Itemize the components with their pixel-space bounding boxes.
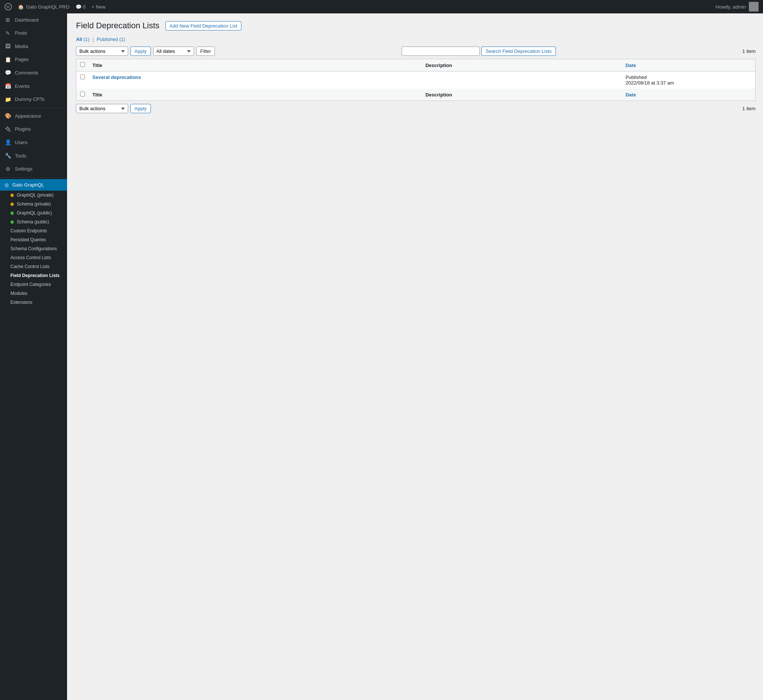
plugins-icon: 🔌 [5,126,11,133]
table-row: Several deprecations Published2022/08/18… [76,72,755,89]
appearance-icon: 🎨 [5,112,11,120]
dummy-cpts-icon: 📁 [5,96,11,103]
sidebar-item-access-control-lists[interactable]: Access Control Lists [0,253,67,262]
submenu-label: GraphiQL (public) [17,210,52,216]
sidebar-item-cache-control-lists[interactable]: Cache Control Lists [0,262,67,271]
status-dot-green [11,211,14,215]
sidebar-item-posts[interactable]: ✎ Posts [0,27,67,40]
new-content-link[interactable]: + New [92,4,105,10]
col-header-checkbox [76,59,89,72]
date-filter-select[interactable]: All dates [153,47,194,56]
col-header-date[interactable]: Date [622,59,755,72]
menu-sep-1 [0,108,67,108]
sidebar-item-persisted-queries[interactable]: Persisted Queries [0,235,67,244]
row-title-link[interactable]: Several deprecations [92,75,141,80]
submenu-label: Schema (private) [17,202,51,207]
sidebar-item-label: Events [15,83,30,90]
apply-button-bottom[interactable]: Apply [130,104,151,113]
sidebar-item-label: Gato GraphQL [12,182,44,188]
row-title-cell: Several deprecations [89,72,422,89]
events-icon: 📅 [5,83,11,90]
sidebar-item-label: Posts [15,30,27,36]
comments-count: 0 [83,4,86,10]
sidebar-item-field-deprecation-lists[interactable]: Field Deprecation Lists [0,271,67,280]
col-header-description: Description [422,59,622,72]
user-info: Howdy, admin [716,2,758,11]
search-box: Search Field Deprecation Lists [402,47,556,56]
users-icon: 👤 [5,139,11,146]
select-all-checkbox-bottom[interactable] [80,92,85,97]
sidebar-item-label: Dashboard [15,17,39,23]
sidebar-item-comments[interactable]: 💬 Comments [0,66,67,80]
sidebar-item-graphiql-private[interactable]: GraphiQL (private) [0,191,67,200]
submenu-label: Cache Control Lists [11,264,50,269]
wp-logo-icon[interactable]: W [5,3,12,11]
filter-button[interactable]: Filter [196,47,215,56]
sidebar-item-graphiql-public[interactable]: GraphiQL (public) [0,208,67,217]
sidebar-item-pages[interactable]: 📋 Pages [0,53,67,67]
sidebar-item-endpoint-categories[interactable]: Endpoint Categories [0,280,67,289]
user-avatar [749,2,758,11]
tools-icon: 🔧 [5,152,11,160]
sidebar-item-dummy-cpts[interactable]: 📁 Dummy CPTs [0,93,67,106]
sidebar-item-label: Pages [15,56,29,63]
sidebar-item-events[interactable]: 📅 Events [0,80,67,93]
filter-links: All (1) | Published (1) [76,36,755,42]
sidebar-item-label: Dummy CPTs [15,96,44,103]
sidebar-item-schema-public[interactable]: Schema (public) [0,217,67,227]
sidebar-item-tools[interactable]: 🔧 Tools [0,149,67,163]
sidebar-item-media[interactable]: 🖼 Media [0,40,67,53]
add-new-button[interactable]: Add New Field Deprecation List [165,21,241,31]
sidebar-item-settings[interactable]: ⚙ Settings [0,163,67,176]
page-title: Field Deprecation Lists [76,21,160,31]
sidebar-item-users[interactable]: 👤 Users [0,136,67,149]
site-name-link[interactable]: 🏠 Gato GraphQL PRO [18,4,70,10]
house-icon: 🏠 [18,4,24,10]
comments-link[interactable]: 💬 0 [76,4,86,10]
comments-menu-icon: 💬 [5,69,11,77]
pages-icon: 📋 [5,56,11,64]
bulk-actions-select-top[interactable]: Bulk actions [76,47,128,56]
admin-bar: W 🏠 Gato GraphQL PRO 💬 0 + New Howdy, ad… [0,0,763,13]
svg-text:W: W [6,5,10,9]
status-dot-green [11,220,14,224]
row-date-cell: Published2022/08/18 at 3:37 am [622,72,755,89]
howdy-text: Howdy, admin [716,4,746,10]
posts-icon: ✎ [5,30,11,37]
sidebar-item-extensions[interactable]: Extensions [0,298,67,307]
sidebar-item-schema-private[interactable]: Schema (private) [0,200,67,208]
status-dot-yellow [11,203,14,206]
sidebar-item-custom-endpoints[interactable]: Custom Endpoints [0,227,67,235]
sidebar-item-gato-graphql[interactable]: ◎ Gato GraphQL [0,179,67,191]
site-name-text: Gato GraphQL PRO [26,4,70,10]
row-checkbox-cell [76,72,89,89]
main-content: Field Deprecation Lists Add New Field De… [67,13,763,700]
search-input[interactable] [402,47,480,56]
sidebar-item-label: Tools [15,153,26,159]
filter-all-link[interactable]: All (1) [76,36,89,42]
filter-sep: | [92,36,94,42]
col-footer-checkbox [76,89,89,101]
media-icon: 🖼 [5,43,11,50]
filter-published-link[interactable]: Published (1) [97,36,125,42]
row-checkbox[interactable] [80,75,85,79]
select-all-checkbox[interactable] [80,62,85,67]
submenu-label: Endpoint Categories [11,282,51,287]
page-header: Field Deprecation Lists Add New Field De… [76,21,755,31]
gato-icon: ◎ [5,182,9,188]
top-tablenav: Bulk actions Apply All dates Filter Sear… [76,47,755,56]
submenu-label: Persisted Queries [11,237,46,242]
sidebar-item-plugins[interactable]: 🔌 Plugins [0,123,67,136]
sidebar-item-appearance[interactable]: 🎨 Appearance [0,109,67,123]
col-footer-date[interactable]: Date [622,89,755,101]
sidebar-item-schema-configurations[interactable]: Schema Configurations [0,244,67,253]
bulk-actions-select-bottom[interactable]: Bulk actions [76,104,128,113]
search-button[interactable]: Search Field Deprecation Lists [481,47,556,56]
apply-button-top[interactable]: Apply [130,47,151,56]
submenu-label: Field Deprecation Lists [11,273,60,278]
sidebar-item-label: Users [15,139,28,146]
submenu-label: Schema Configurations [11,246,57,252]
dashboard-icon: ⊞ [5,16,11,24]
sidebar-item-dashboard[interactable]: ⊞ Dashboard [0,13,67,27]
sidebar-item-modules[interactable]: Modules [0,289,67,298]
